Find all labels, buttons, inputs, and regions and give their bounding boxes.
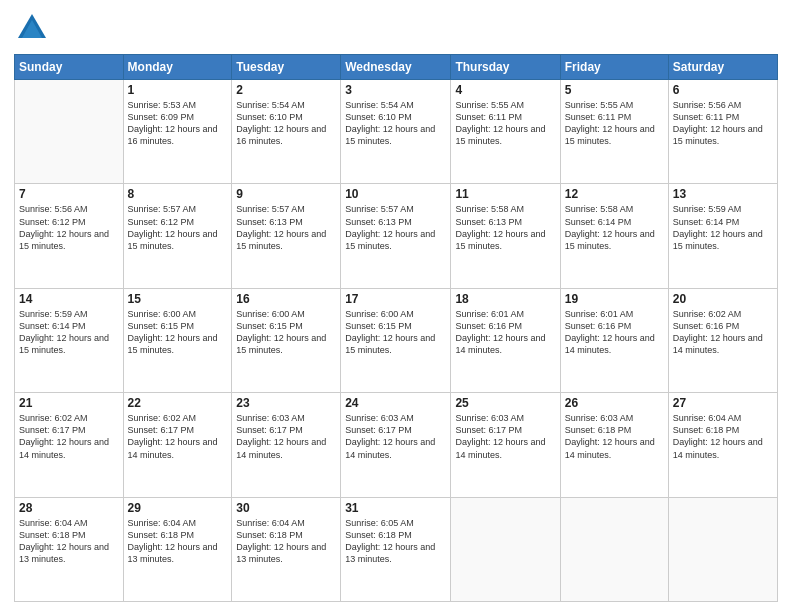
calendar-cell: 13Sunrise: 5:59 AMSunset: 6:14 PMDayligh… <box>668 184 777 288</box>
day-info: Sunrise: 6:05 AMSunset: 6:18 PMDaylight:… <box>345 517 446 566</box>
calendar-cell: 25Sunrise: 6:03 AMSunset: 6:17 PMDayligh… <box>451 393 560 497</box>
day-number: 7 <box>19 187 119 201</box>
day-info: Sunrise: 6:04 AMSunset: 6:18 PMDaylight:… <box>236 517 336 566</box>
day-info: Sunrise: 5:55 AMSunset: 6:11 PMDaylight:… <box>455 99 555 148</box>
day-number: 16 <box>236 292 336 306</box>
calendar-cell: 8Sunrise: 5:57 AMSunset: 6:12 PMDaylight… <box>123 184 232 288</box>
calendar-cell: 6Sunrise: 5:56 AMSunset: 6:11 PMDaylight… <box>668 80 777 184</box>
calendar-cell: 7Sunrise: 5:56 AMSunset: 6:12 PMDaylight… <box>15 184 124 288</box>
day-info: Sunrise: 6:03 AMSunset: 6:17 PMDaylight:… <box>345 412 446 461</box>
calendar-cell: 31Sunrise: 6:05 AMSunset: 6:18 PMDayligh… <box>341 497 451 601</box>
calendar-cell: 22Sunrise: 6:02 AMSunset: 6:17 PMDayligh… <box>123 393 232 497</box>
day-info: Sunrise: 5:54 AMSunset: 6:10 PMDaylight:… <box>236 99 336 148</box>
calendar-cell: 2Sunrise: 5:54 AMSunset: 6:10 PMDaylight… <box>232 80 341 184</box>
calendar-cell <box>451 497 560 601</box>
calendar-cell: 23Sunrise: 6:03 AMSunset: 6:17 PMDayligh… <box>232 393 341 497</box>
weekday-header-thursday: Thursday <box>451 55 560 80</box>
day-number: 27 <box>673 396 773 410</box>
day-number: 28 <box>19 501 119 515</box>
day-info: Sunrise: 6:02 AMSunset: 6:16 PMDaylight:… <box>673 308 773 357</box>
calendar-cell: 5Sunrise: 5:55 AMSunset: 6:11 PMDaylight… <box>560 80 668 184</box>
page: SundayMondayTuesdayWednesdayThursdayFrid… <box>0 0 792 612</box>
calendar-cell: 9Sunrise: 5:57 AMSunset: 6:13 PMDaylight… <box>232 184 341 288</box>
weekday-header-sunday: Sunday <box>15 55 124 80</box>
weekday-header-tuesday: Tuesday <box>232 55 341 80</box>
calendar-cell: 11Sunrise: 5:58 AMSunset: 6:13 PMDayligh… <box>451 184 560 288</box>
calendar-week-row: 7Sunrise: 5:56 AMSunset: 6:12 PMDaylight… <box>15 184 778 288</box>
day-info: Sunrise: 5:56 AMSunset: 6:12 PMDaylight:… <box>19 203 119 252</box>
day-number: 6 <box>673 83 773 97</box>
calendar-cell: 21Sunrise: 6:02 AMSunset: 6:17 PMDayligh… <box>15 393 124 497</box>
day-number: 9 <box>236 187 336 201</box>
calendar-cell <box>668 497 777 601</box>
day-info: Sunrise: 6:03 AMSunset: 6:17 PMDaylight:… <box>455 412 555 461</box>
day-info: Sunrise: 5:58 AMSunset: 6:13 PMDaylight:… <box>455 203 555 252</box>
day-info: Sunrise: 5:53 AMSunset: 6:09 PMDaylight:… <box>128 99 228 148</box>
day-info: Sunrise: 6:02 AMSunset: 6:17 PMDaylight:… <box>19 412 119 461</box>
day-number: 26 <box>565 396 664 410</box>
weekday-header-row: SundayMondayTuesdayWednesdayThursdayFrid… <box>15 55 778 80</box>
day-number: 23 <box>236 396 336 410</box>
day-info: Sunrise: 5:57 AMSunset: 6:13 PMDaylight:… <box>345 203 446 252</box>
day-info: Sunrise: 6:03 AMSunset: 6:17 PMDaylight:… <box>236 412 336 461</box>
day-info: Sunrise: 6:01 AMSunset: 6:16 PMDaylight:… <box>565 308 664 357</box>
calendar-cell: 27Sunrise: 6:04 AMSunset: 6:18 PMDayligh… <box>668 393 777 497</box>
day-number: 31 <box>345 501 446 515</box>
calendar-cell: 12Sunrise: 5:58 AMSunset: 6:14 PMDayligh… <box>560 184 668 288</box>
day-number: 8 <box>128 187 228 201</box>
day-info: Sunrise: 6:04 AMSunset: 6:18 PMDaylight:… <box>673 412 773 461</box>
day-number: 5 <box>565 83 664 97</box>
day-number: 30 <box>236 501 336 515</box>
calendar-cell: 3Sunrise: 5:54 AMSunset: 6:10 PMDaylight… <box>341 80 451 184</box>
calendar-cell <box>560 497 668 601</box>
day-number: 25 <box>455 396 555 410</box>
day-number: 21 <box>19 396 119 410</box>
day-number: 18 <box>455 292 555 306</box>
day-number: 29 <box>128 501 228 515</box>
calendar-cell: 29Sunrise: 6:04 AMSunset: 6:18 PMDayligh… <box>123 497 232 601</box>
day-number: 17 <box>345 292 446 306</box>
day-info: Sunrise: 6:04 AMSunset: 6:18 PMDaylight:… <box>19 517 119 566</box>
day-number: 11 <box>455 187 555 201</box>
logo <box>14 10 54 46</box>
calendar-cell: 17Sunrise: 6:00 AMSunset: 6:15 PMDayligh… <box>341 288 451 392</box>
calendar-week-row: 21Sunrise: 6:02 AMSunset: 6:17 PMDayligh… <box>15 393 778 497</box>
day-info: Sunrise: 6:03 AMSunset: 6:18 PMDaylight:… <box>565 412 664 461</box>
weekday-header-wednesday: Wednesday <box>341 55 451 80</box>
day-number: 4 <box>455 83 555 97</box>
day-info: Sunrise: 5:59 AMSunset: 6:14 PMDaylight:… <box>673 203 773 252</box>
day-info: Sunrise: 5:55 AMSunset: 6:11 PMDaylight:… <box>565 99 664 148</box>
day-number: 13 <box>673 187 773 201</box>
calendar-cell: 4Sunrise: 5:55 AMSunset: 6:11 PMDaylight… <box>451 80 560 184</box>
day-info: Sunrise: 6:00 AMSunset: 6:15 PMDaylight:… <box>128 308 228 357</box>
calendar-cell: 19Sunrise: 6:01 AMSunset: 6:16 PMDayligh… <box>560 288 668 392</box>
day-number: 12 <box>565 187 664 201</box>
day-info: Sunrise: 6:00 AMSunset: 6:15 PMDaylight:… <box>345 308 446 357</box>
calendar-cell: 24Sunrise: 6:03 AMSunset: 6:17 PMDayligh… <box>341 393 451 497</box>
header <box>14 10 778 46</box>
day-info: Sunrise: 5:59 AMSunset: 6:14 PMDaylight:… <box>19 308 119 357</box>
day-info: Sunrise: 6:01 AMSunset: 6:16 PMDaylight:… <box>455 308 555 357</box>
day-info: Sunrise: 5:57 AMSunset: 6:12 PMDaylight:… <box>128 203 228 252</box>
day-info: Sunrise: 5:54 AMSunset: 6:10 PMDaylight:… <box>345 99 446 148</box>
calendar-cell: 18Sunrise: 6:01 AMSunset: 6:16 PMDayligh… <box>451 288 560 392</box>
day-info: Sunrise: 5:57 AMSunset: 6:13 PMDaylight:… <box>236 203 336 252</box>
calendar-cell: 26Sunrise: 6:03 AMSunset: 6:18 PMDayligh… <box>560 393 668 497</box>
day-number: 1 <box>128 83 228 97</box>
day-number: 20 <box>673 292 773 306</box>
day-info: Sunrise: 6:00 AMSunset: 6:15 PMDaylight:… <box>236 308 336 357</box>
day-number: 2 <box>236 83 336 97</box>
day-number: 14 <box>19 292 119 306</box>
day-info: Sunrise: 6:04 AMSunset: 6:18 PMDaylight:… <box>128 517 228 566</box>
day-number: 19 <box>565 292 664 306</box>
calendar-cell: 16Sunrise: 6:00 AMSunset: 6:15 PMDayligh… <box>232 288 341 392</box>
calendar-cell: 20Sunrise: 6:02 AMSunset: 6:16 PMDayligh… <box>668 288 777 392</box>
calendar-table: SundayMondayTuesdayWednesdayThursdayFrid… <box>14 54 778 602</box>
calendar-week-row: 28Sunrise: 6:04 AMSunset: 6:18 PMDayligh… <box>15 497 778 601</box>
day-number: 22 <box>128 396 228 410</box>
calendar-cell: 1Sunrise: 5:53 AMSunset: 6:09 PMDaylight… <box>123 80 232 184</box>
day-number: 24 <box>345 396 446 410</box>
calendar-week-row: 1Sunrise: 5:53 AMSunset: 6:09 PMDaylight… <box>15 80 778 184</box>
calendar-week-row: 14Sunrise: 5:59 AMSunset: 6:14 PMDayligh… <box>15 288 778 392</box>
weekday-header-friday: Friday <box>560 55 668 80</box>
